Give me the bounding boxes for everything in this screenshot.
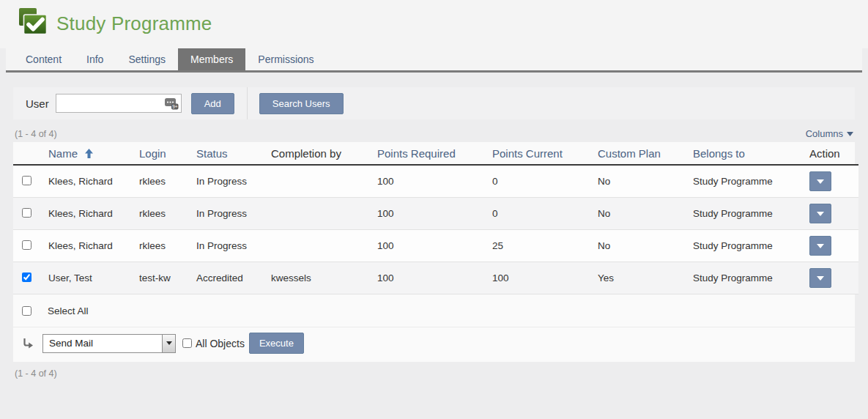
tab-bar: Content Info Settings Members Permission… (6, 48, 862, 73)
columns-dropdown[interactable]: Columns (806, 128, 853, 139)
member-status-cell: Accredited (189, 262, 264, 294)
apply-to-selection-arrow-icon (22, 338, 34, 352)
row-select-checkbox[interactable] (22, 208, 31, 218)
row-actions-dropdown-button[interactable] (809, 204, 831, 223)
row-select-checkbox[interactable] (22, 240, 31, 250)
bulk-action-selected-value: Send Mail (43, 338, 93, 349)
member-points-required-cell: 100 (370, 165, 485, 198)
member-custom-plan-cell: No (590, 165, 686, 198)
member-points-required-cell: 100 (370, 262, 485, 294)
members-table-body: Klees, Richard rklees In Progress 100 0 … (13, 165, 858, 294)
bulk-actions-row: Send Mail All Objects Execute (13, 327, 855, 362)
member-name-cell: Klees, Richard (41, 165, 132, 198)
row-actions-dropdown-button[interactable] (809, 236, 831, 256)
all-objects-checkbox[interactable] (182, 338, 192, 348)
page-title: Study Programme (56, 12, 212, 35)
column-header-belongs-to[interactable]: Belongs to (686, 142, 802, 165)
caret-down-icon (817, 244, 824, 248)
tab-info[interactable]: Info (74, 48, 116, 70)
member-belongs-to-cell: Study Programme (686, 165, 802, 198)
member-completion-by-cell (264, 198, 370, 230)
select-all-label: Select All (48, 305, 89, 316)
member-name-cell: Klees, Richard (41, 198, 132, 230)
caret-down-icon (817, 212, 824, 216)
member-belongs-to-cell: Study Programme (686, 230, 802, 262)
member-custom-plan-cell: No (590, 198, 686, 230)
user-search-input[interactable] (56, 94, 182, 113)
column-header-custom-plan[interactable]: Custom Plan (590, 142, 686, 165)
pagination-bottom: (1 - 4 of 4) (15, 368, 853, 379)
all-objects-option: All Objects (182, 338, 245, 349)
table-meta-row: (1 - 4 of 4) Columns (15, 128, 853, 139)
member-completion-by-cell (264, 165, 370, 198)
search-users-button[interactable]: Search Users (259, 93, 344, 114)
tab-content[interactable]: Content (13, 48, 74, 70)
member-login-cell: test-kw (132, 262, 189, 294)
user-autocomplete-icon: 9+ (164, 97, 179, 113)
tab-permissions[interactable]: Permissions (245, 48, 326, 70)
column-header-name-label: Name (48, 147, 78, 160)
column-header-name[interactable]: Name (41, 142, 132, 165)
member-status-cell: In Progress (189, 230, 264, 262)
page-header: Study Programme (0, 0, 868, 48)
member-status-cell: In Progress (189, 165, 264, 198)
execute-button[interactable]: Execute (249, 333, 304, 354)
member-name-cell: Klees, Richard (41, 230, 132, 262)
column-header-login[interactable]: Login (132, 142, 189, 165)
column-header-points-required[interactable]: Points Required (370, 142, 485, 165)
row-actions-dropdown-button[interactable] (809, 268, 831, 288)
table-header-row: Name Login Status Completion by Points R… (13, 142, 858, 165)
member-completion-by-cell: kwessels (264, 262, 370, 294)
member-row: Klees, Richard rklees In Progress 100 0 … (13, 165, 858, 198)
column-header-points-current[interactable]: Points Current (485, 142, 590, 165)
member-points-required-cell: 100 (370, 198, 485, 230)
member-points-current-cell: 100 (485, 262, 590, 294)
member-belongs-to-cell: Study Programme (686, 198, 802, 230)
member-completion-by-cell (264, 230, 370, 262)
columns-dropdown-label: Columns (806, 128, 843, 139)
member-custom-plan-cell: Yes (590, 262, 686, 294)
row-actions-dropdown-button[interactable] (809, 171, 831, 191)
chevron-down-icon (847, 132, 853, 136)
tab-settings[interactable]: Settings (116, 48, 178, 70)
column-header-completion-by: Completion by (264, 142, 370, 165)
bulk-action-select[interactable]: Send Mail (42, 334, 176, 353)
member-status-cell: In Progress (189, 198, 264, 230)
select-all-checkbox[interactable] (22, 306, 31, 316)
user-toolbar: User 9+ Add Search Users (13, 87, 855, 119)
member-belongs-to-cell: Study Programme (686, 262, 802, 294)
member-row: User, Test test-kw Accredited kwessels 1… (13, 262, 858, 294)
select-dropdown-button[interactable] (162, 335, 175, 352)
member-custom-plan-cell: No (590, 230, 686, 262)
svg-text:9+: 9+ (172, 104, 178, 109)
row-select-checkbox[interactable] (22, 176, 31, 185)
pagination-top: (1 - 4 of 4) (15, 129, 57, 139)
member-points-current-cell: 0 (485, 165, 590, 198)
member-name-cell: User, Test (41, 262, 132, 294)
member-login-cell: rklees (132, 230, 189, 262)
tab-members[interactable]: Members (178, 48, 245, 70)
caret-down-icon (817, 179, 824, 184)
header-checkbox-spacer (13, 142, 41, 165)
user-field-label: User (26, 97, 49, 110)
members-table-container: Name Login Status Completion by Points R… (13, 142, 855, 362)
add-button[interactable]: Add (191, 93, 234, 114)
caret-down-icon (817, 276, 824, 281)
sort-ascending-icon (85, 149, 93, 158)
caret-down-icon (166, 341, 172, 345)
select-all-row: Select All (13, 294, 855, 327)
members-table: Name Login Status Completion by Points R… (13, 142, 858, 294)
member-login-cell: rklees (132, 198, 189, 230)
member-row: Klees, Richard rklees In Progress 100 0 … (13, 198, 858, 230)
member-points-required-cell: 100 (370, 230, 485, 262)
toolbar-separator (247, 87, 248, 119)
member-points-current-cell: 0 (485, 198, 590, 230)
member-login-cell: rklees (132, 165, 189, 198)
member-points-current-cell: 25 (485, 230, 590, 262)
member-row: Klees, Richard rklees In Progress 100 25… (13, 230, 858, 262)
column-header-action: Action (802, 142, 858, 165)
row-select-checkbox[interactable] (22, 272, 31, 282)
all-objects-label: All Objects (196, 338, 245, 349)
column-header-status[interactable]: Status (189, 142, 264, 165)
study-programme-icon (18, 7, 48, 40)
